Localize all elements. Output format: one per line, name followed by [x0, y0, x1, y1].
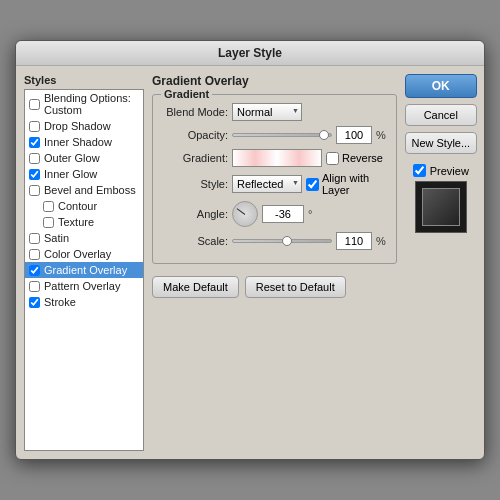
scale-slider[interactable]: [232, 239, 332, 243]
angle-input[interactable]: [262, 205, 304, 223]
style-select-wrapper[interactable]: Reflected: [232, 175, 302, 193]
style-item-label: Bevel and Emboss: [44, 184, 136, 196]
new-style-button[interactable]: New Style...: [405, 132, 477, 154]
style-list-item[interactable]: Inner Glow: [25, 166, 143, 182]
style-list-item[interactable]: Contour: [25, 198, 143, 214]
style-item-label: Drop Shadow: [44, 120, 111, 132]
preview-inner: [422, 188, 460, 226]
align-layer-checkbox[interactable]: [306, 178, 319, 191]
opacity-unit: %: [376, 129, 386, 141]
style-item-checkbox[interactable]: [29, 281, 40, 292]
style-item-checkbox[interactable]: [29, 185, 40, 196]
cancel-button[interactable]: Cancel: [405, 104, 477, 126]
style-item-label: Contour: [58, 200, 97, 212]
opacity-slider[interactable]: [232, 133, 332, 137]
angle-row: Angle: °: [163, 201, 386, 227]
style-list-item[interactable]: Texture: [25, 214, 143, 230]
opacity-row: Opacity: %: [163, 126, 386, 144]
style-item-checkbox[interactable]: [29, 99, 40, 110]
gradient-label: Gradient:: [163, 152, 228, 164]
layer-style-dialog: Layer Style Styles Blending Options: Cus…: [15, 40, 485, 460]
style-item-checkbox[interactable]: [29, 121, 40, 132]
style-item-label: Pattern Overlay: [44, 280, 120, 292]
main-panel: Gradient Overlay Gradient Blend Mode: No…: [152, 74, 397, 451]
gradient-preview[interactable]: [232, 149, 322, 167]
align-layer-text: Align with Layer: [322, 172, 386, 196]
scale-row: Scale: %: [163, 232, 386, 250]
align-layer-label[interactable]: Align with Layer: [306, 172, 386, 196]
style-item-checkbox[interactable]: [29, 249, 40, 260]
scale-label: Scale:: [163, 235, 228, 247]
reverse-checkbox[interactable]: [326, 152, 339, 165]
style-list-item[interactable]: Gradient Overlay: [25, 262, 143, 278]
style-list-item[interactable]: Bevel and Emboss: [25, 182, 143, 198]
style-item-label: Gradient Overlay: [44, 264, 127, 276]
style-item-label: Stroke: [44, 296, 76, 308]
angle-unit: °: [308, 208, 312, 220]
scale-thumb[interactable]: [282, 236, 292, 246]
preview-label-row: Preview: [413, 164, 469, 177]
preview-label: Preview: [430, 165, 469, 177]
bottom-buttons: Make Default Reset to Default: [152, 276, 397, 298]
style-list-item[interactable]: Blending Options: Custom: [25, 90, 143, 118]
scale-input[interactable]: [336, 232, 372, 250]
preview-section: Preview: [405, 164, 477, 233]
section-title: Gradient Overlay: [152, 74, 397, 88]
angle-dial-line: [237, 208, 246, 215]
style-item-checkbox[interactable]: [29, 265, 40, 276]
preview-thumbnail: [415, 181, 467, 233]
reset-to-default-button[interactable]: Reset to Default: [245, 276, 346, 298]
reverse-label: Reverse: [342, 152, 383, 164]
gradient-group-label: Gradient: [161, 88, 212, 100]
dialog-title: Layer Style: [16, 41, 484, 66]
dialog-body: Styles Blending Options: CustomDrop Shad…: [16, 66, 484, 459]
style-item-label: Satin: [44, 232, 69, 244]
style-item-label: Blending Options: Custom: [44, 92, 139, 116]
style-item-label: Inner Glow: [44, 168, 97, 180]
styles-list: Blending Options: CustomDrop ShadowInner…: [24, 89, 144, 451]
gradient-row: Gradient: Reverse: [163, 149, 386, 167]
ok-button[interactable]: OK: [405, 74, 477, 98]
style-item-checkbox[interactable]: [29, 153, 40, 164]
right-buttons: OK Cancel New Style... Preview: [405, 74, 477, 451]
left-panel: Styles Blending Options: CustomDrop Shad…: [24, 74, 144, 451]
style-row: Style: Reflected Align with Layer: [163, 172, 386, 196]
opacity-thumb[interactable]: [319, 130, 329, 140]
scale-unit: %: [376, 235, 386, 247]
styles-heading: Styles: [24, 74, 144, 86]
style-item-checkbox[interactable]: [29, 169, 40, 180]
reverse-checkbox-label[interactable]: Reverse: [326, 152, 383, 165]
style-item-label: Color Overlay: [44, 248, 111, 260]
style-label: Style:: [163, 178, 228, 190]
style-item-label: Texture: [58, 216, 94, 228]
style-list-item[interactable]: Pattern Overlay: [25, 278, 143, 294]
make-default-button[interactable]: Make Default: [152, 276, 239, 298]
opacity-input[interactable]: [336, 126, 372, 144]
style-item-checkbox[interactable]: [29, 137, 40, 148]
blend-mode-label: Blend Mode:: [163, 106, 228, 118]
style-item-checkbox[interactable]: [29, 297, 40, 308]
style-list-item[interactable]: Stroke: [25, 294, 143, 310]
style-item-checkbox[interactable]: [29, 233, 40, 244]
style-list-item[interactable]: Drop Shadow: [25, 118, 143, 134]
blend-mode-row: Blend Mode: Normal: [163, 103, 386, 121]
style-item-label: Outer Glow: [44, 152, 100, 164]
blend-mode-select[interactable]: Normal: [232, 103, 302, 121]
angle-label: Angle:: [163, 208, 228, 220]
opacity-label: Opacity:: [163, 129, 228, 141]
gradient-group: Gradient Blend Mode: Normal Opacity:: [152, 94, 397, 264]
style-list-item[interactable]: Color Overlay: [25, 246, 143, 262]
blend-mode-select-wrapper[interactable]: Normal: [232, 103, 302, 121]
style-list-item[interactable]: Satin: [25, 230, 143, 246]
preview-checkbox[interactable]: [413, 164, 426, 177]
style-list-item[interactable]: Outer Glow: [25, 150, 143, 166]
angle-dial[interactable]: [232, 201, 258, 227]
style-list-item[interactable]: Inner Shadow: [25, 134, 143, 150]
style-item-label: Inner Shadow: [44, 136, 112, 148]
style-select[interactable]: Reflected: [232, 175, 302, 193]
style-item-checkbox[interactable]: [43, 217, 54, 228]
style-item-checkbox[interactable]: [43, 201, 54, 212]
